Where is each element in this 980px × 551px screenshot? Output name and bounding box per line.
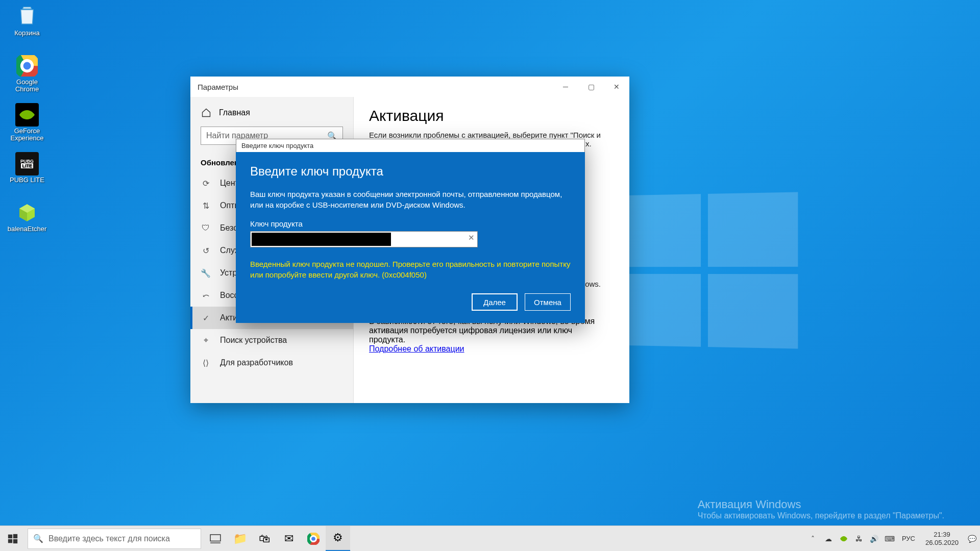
desktop-icon-label: Корзина <box>14 30 40 37</box>
tray-network-icon[interactable]: 🖧 <box>853 526 865 552</box>
sync-icon: ⟳ <box>201 178 211 188</box>
windows-icon <box>8 534 18 544</box>
sidebar-home[interactable]: Главная <box>190 102 353 127</box>
svg-rect-9 <box>13 539 17 543</box>
svg-rect-8 <box>8 539 12 543</box>
tray-volume-icon[interactable]: 🔊 <box>868 526 880 552</box>
geforce-icon <box>15 103 39 127</box>
product-key-modal: Введите ключ продукта Введите ключ проду… <box>236 139 585 323</box>
desktop-icon-geforce[interactable]: GeForce Experience <box>4 103 50 152</box>
tray-keyboard-icon[interactable]: ⌨ <box>884 526 896 552</box>
tray-clock[interactable]: 21:39 26.05.2020 <box>921 531 963 546</box>
tray-language[interactable]: РУС <box>899 526 918 552</box>
taskbar-search-placeholder: Введите здесь текст для поиска <box>48 534 170 543</box>
modal-heading: Введите ключ продукта <box>250 164 571 179</box>
desktop-icon-balena[interactable]: balenaEtcher <box>4 201 50 250</box>
wallpaper-windows-logo <box>615 192 798 348</box>
svg-point-15 <box>311 536 316 541</box>
sidebar-item-find-device[interactable]: ⌖Поиск устройства <box>190 329 353 352</box>
cancel-button[interactable]: Отмена <box>525 293 571 311</box>
taskbar-explorer[interactable]: 📁 <box>228 526 252 552</box>
tray-chevron-up-icon[interactable]: ˄ <box>807 526 819 552</box>
desktop-icon-chrome[interactable]: Google Chrome <box>4 54 50 103</box>
location-icon: ⌖ <box>201 335 211 345</box>
tray-date: 26.05.2020 <box>925 539 959 547</box>
content-heading: Активация <box>369 107 614 124</box>
taskbar: 🔍 Введите здесь текст для поиска 📁 🛍 ✉ ⚙… <box>0 525 980 551</box>
recovery-icon: ⤺ <box>201 290 211 300</box>
taskbar-store[interactable]: 🛍 <box>252 526 277 552</box>
sidebar-home-label: Главная <box>219 108 250 117</box>
taskbar-chrome[interactable] <box>301 526 326 552</box>
settings-titlebar[interactable]: Параметры ─ ▢ ✕ <box>190 77 629 97</box>
system-tray: ˄ ☁ 🖧 🔊 ⌨ РУС 21:39 26.05.2020 💬 <box>807 526 980 551</box>
start-button[interactable] <box>0 526 26 552</box>
modal-description: Ваш ключ продукта указан в сообщении эле… <box>250 189 571 210</box>
product-key-field-wrapper: ✕ <box>250 231 478 247</box>
chrome-icon <box>15 54 39 78</box>
close-button[interactable]: ✕ <box>604 77 629 97</box>
modal-error-message: Введенный ключ продукта не подошел. Пров… <box>250 259 571 280</box>
wrench-icon: 🔧 <box>201 268 211 278</box>
sidebar-item-developers[interactable]: ⟨⟩Для разработчиков <box>190 352 353 374</box>
modal-titlebar-text: Введите ключ продукта <box>241 142 313 149</box>
maximize-button[interactable]: ▢ <box>578 77 604 97</box>
recycle-bin-icon <box>15 5 39 29</box>
tray-nvidia-icon[interactable] <box>838 526 850 552</box>
svg-rect-10 <box>210 534 220 541</box>
shield-icon: 🛡 <box>201 223 211 233</box>
modal-titlebar[interactable]: Введите ключ продукта <box>236 139 585 152</box>
watermark-title: Активация Windows <box>698 498 944 511</box>
backup-icon: ↺ <box>201 245 211 256</box>
clear-input-icon[interactable]: ✕ <box>468 233 475 242</box>
tray-time: 21:39 <box>925 531 959 539</box>
svg-rect-7 <box>13 534 17 538</box>
optimization-icon: ⇅ <box>201 201 211 211</box>
settings-title: Параметры <box>198 83 238 91</box>
svg-rect-6 <box>8 534 12 538</box>
desktop-icon-label: PUBG LITE <box>10 177 44 184</box>
pubg-icon: PUBGLITE <box>15 152 39 176</box>
search-icon: 🔍 <box>33 534 43 543</box>
check-icon: ✓ <box>201 313 211 323</box>
next-button[interactable]: Далее <box>472 293 518 311</box>
code-icon: ⟨⟩ <box>201 358 211 368</box>
home-icon <box>201 107 212 118</box>
desktop-icons-column: Корзина Google Chrome GeForce Experience… <box>4 5 50 250</box>
task-view-button[interactable] <box>203 526 228 552</box>
minimize-button[interactable]: ─ <box>553 77 578 97</box>
taskbar-settings[interactable]: ⚙ <box>326 526 350 552</box>
desktop-icon-pubg[interactable]: PUBGLITE PUBG LITE <box>4 152 50 201</box>
desktop-icon-label: GeForce Experience <box>4 128 50 142</box>
desktop-icon-label: balenaEtcher <box>8 226 47 233</box>
tray-onedrive-icon[interactable]: ☁ <box>822 526 835 552</box>
learn-more-link[interactable]: Подробнее об активации <box>369 344 464 353</box>
product-key-label: Ключ продукта <box>250 219 571 228</box>
watermark-sub: Чтобы активировать Windows, перейдите в … <box>698 511 944 520</box>
taskbar-mail[interactable]: ✉ <box>277 526 301 552</box>
balena-icon <box>15 201 39 224</box>
activation-watermark: Активация Windows Чтобы активировать Win… <box>698 498 944 520</box>
desktop-icon-recycle-bin[interactable]: Корзина <box>4 5 50 54</box>
redacted-key <box>252 233 391 246</box>
tray-notifications-icon[interactable]: 💬 <box>966 526 978 552</box>
taskbar-search[interactable]: 🔍 Введите здесь текст для поиска <box>28 529 201 549</box>
desktop-icon-label: Google Chrome <box>4 79 50 93</box>
